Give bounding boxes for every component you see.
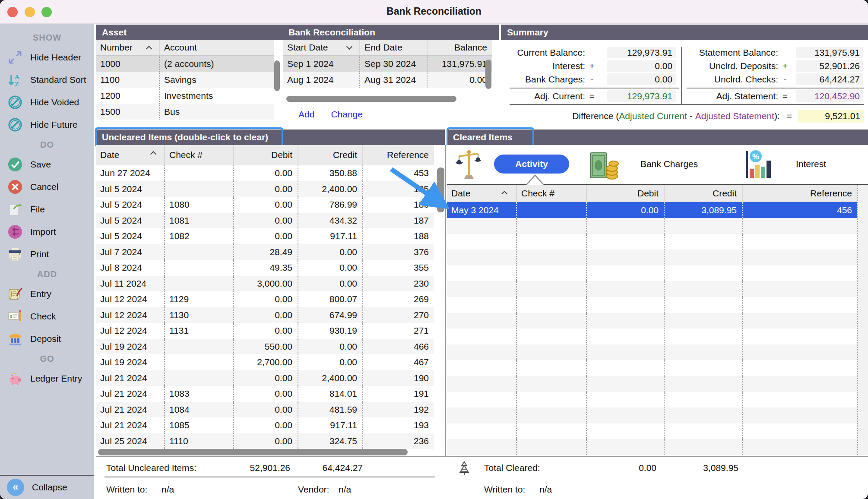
uncleared-row[interactable]: Jul 21 202410840.00481.59192 — [96, 402, 434, 418]
table-cell — [447, 376, 516, 392]
asset-row[interactable]: 1100Savings — [96, 72, 274, 88]
column-header-date[interactable]: Date — [447, 185, 516, 202]
sidebar-item-save[interactable]: Save — [0, 153, 94, 176]
uncleared-row[interactable]: Jul 7 202428.490.00376 — [96, 244, 434, 260]
table-cell: 269 — [362, 291, 434, 307]
column-header-account[interactable]: Account — [159, 40, 274, 55]
table-cell: Jul 21 2024 — [96, 402, 164, 418]
sidebar-item-standard-sort[interactable]: AZStandard Sort — [0, 69, 94, 91]
recon-horizontal-scrollbar[interactable] — [286, 96, 456, 102]
sidebar-item-check[interactable]: $Check — [0, 305, 94, 328]
empty-row[interactable] — [447, 328, 857, 344]
column-header-number[interactable]: Number — [96, 40, 159, 55]
uncleared-row[interactable]: Jul 5 20240.002,400.00185 — [96, 181, 434, 197]
tab-bank-charges[interactable]: Bank Charges — [640, 159, 698, 169]
sidebar-item-hide-voided[interactable]: Hide Voided — [0, 91, 94, 114]
uncleared-row[interactable]: Jul 8 202449.350.00355 — [96, 260, 434, 276]
column-header-check[interactable]: Check # — [164, 145, 233, 165]
empty-row[interactable] — [447, 297, 857, 313]
table-cell — [447, 297, 516, 313]
empty-row[interactable] — [447, 265, 857, 281]
table-cell: Jul 25 2024 — [96, 433, 164, 449]
uncleared-row[interactable]: Jul 5 202410800.00786.99186 — [96, 197, 434, 213]
table-cell: 193 — [362, 417, 434, 433]
uncleared-row[interactable]: Jul 21 20240.002,400.00190 — [96, 370, 434, 386]
uncleared-row[interactable]: Jul 12 202411300.00674.99270 — [96, 307, 434, 323]
sidebar-item-hide-future[interactable]: Hide Future — [0, 114, 94, 136]
recon-row[interactable]: Sep 1 2024Sep 30 2024131,975.91 — [283, 56, 492, 72]
sidebar-item-ledger-entry[interactable]: Ledger Entry — [0, 367, 94, 390]
asset-row[interactable]: 1000(2 accounts) — [96, 56, 274, 72]
empty-row[interactable] — [447, 344, 857, 360]
column-header-debit[interactable]: Debit — [233, 145, 298, 165]
column-header-credit[interactable]: Credit — [664, 185, 742, 202]
empty-row[interactable] — [447, 392, 857, 408]
sidebar-item-hide-header[interactable]: Hide Header — [0, 46, 94, 69]
collapse-button[interactable]: « Collapse — [0, 475, 94, 499]
empty-row[interactable] — [447, 234, 857, 250]
table-cell: 0.00 — [298, 339, 362, 355]
empty-row[interactable] — [447, 423, 857, 439]
sidebar-item-label: Check — [30, 311, 56, 321]
asset-vertical-scrollbar[interactable] — [274, 60, 280, 91]
uncleared-row[interactable]: Jul 5 202410820.00917.11188 — [96, 228, 434, 244]
sidebar-item-deposit[interactable]: Deposit — [0, 328, 94, 350]
uncleared-vertical-scrollbar[interactable] — [437, 167, 444, 212]
table-cell — [164, 181, 233, 197]
empty-row[interactable] — [447, 360, 857, 376]
uncleared-row[interactable]: Jul 19 20242,700.000.00467 — [96, 354, 434, 370]
asset-row[interactable]: 1500Bus — [96, 104, 274, 120]
table-cell: 800.07 — [298, 291, 362, 307]
tab-interest[interactable]: Interest — [796, 159, 826, 169]
table-cell: 0.00 — [233, 165, 298, 181]
empty-row[interactable] — [447, 218, 857, 234]
sidebar-item-cancel[interactable]: Cancel — [0, 176, 94, 198]
column-header-check[interactable]: Check # — [516, 185, 586, 202]
cleared-panel-title: Cleared Items — [447, 132, 513, 142]
table-cell: 1131 — [164, 323, 233, 339]
tab-activity[interactable]: Activity — [494, 155, 569, 174]
empty-row[interactable] — [447, 313, 857, 329]
hide-header-icon — [7, 49, 23, 66]
column-header-end-date[interactable]: End Date — [359, 40, 427, 55]
change-link[interactable]: Change — [331, 109, 363, 120]
column-header-debit[interactable]: Debit — [586, 185, 664, 202]
uncleared-horizontal-scrollbar[interactable] — [98, 449, 408, 455]
empty-row[interactable] — [447, 281, 857, 297]
uncleared-row[interactable]: Jul 12 202411290.00800.07269 — [96, 291, 434, 307]
empty-row[interactable] — [447, 250, 857, 265]
uncleared-row[interactable]: Jul 25 202411100.00324.75236 — [96, 433, 434, 449]
table-cell: Aug 1 2024 — [283, 72, 359, 88]
uncleared-row[interactable]: Jun 27 20240.00350.88453 — [96, 165, 434, 181]
sidebar-item-print[interactable]: Print — [0, 243, 94, 265]
sidebar-item-file[interactable]: File — [0, 198, 94, 221]
table-cell — [742, 376, 857, 392]
column-header-credit[interactable]: Credit — [298, 145, 362, 165]
column-header-reference[interactable]: Reference — [742, 185, 857, 202]
column-header-date[interactable]: Date — [96, 145, 164, 165]
summary-panel-header: Summary — [501, 25, 868, 40]
cleared-table-header: Date Check # Debit Credit Reference — [447, 185, 857, 202]
uncleared-row[interactable]: Jul 21 202410830.00814.01191 — [96, 386, 434, 402]
column-header-reference[interactable]: Reference — [362, 145, 434, 165]
sidebar-item-entry[interactable]: Entry — [0, 283, 94, 305]
cleared-row[interactable]: May 3 20240.003,089.95456 — [447, 202, 857, 218]
column-header-balance[interactable]: Balance — [427, 40, 492, 55]
empty-row[interactable] — [447, 407, 857, 423]
uncleared-row[interactable]: Jul 19 2024550.000.00466 — [96, 339, 434, 355]
column-header-start-date[interactable]: Start Date — [283, 40, 359, 55]
empty-row[interactable] — [447, 376, 857, 392]
asset-row[interactable]: 1200Investments — [96, 88, 274, 104]
table-cell: 324.75 — [298, 433, 362, 449]
uncleared-row[interactable]: Jul 21 202410850.00917.11193 — [96, 417, 434, 433]
uncleared-row[interactable]: Jul 12 202411310.00930.19271 — [96, 323, 434, 339]
sidebar-item-label: File — [30, 204, 45, 214]
recon-vertical-scrollbar[interactable] — [485, 60, 491, 89]
add-link[interactable]: Add — [298, 109, 314, 120]
recon-row[interactable]: Aug 1 2024Aug 31 20240.00 — [283, 72, 492, 88]
table-cell: Sep 1 2024 — [283, 56, 359, 72]
empty-row[interactable] — [447, 439, 857, 455]
sidebar-item-import[interactable]: Import — [0, 221, 94, 243]
uncleared-row[interactable]: Jul 11 20243,000.000.00230 — [96, 276, 434, 292]
uncleared-row[interactable]: Jul 5 202410810.00434.32187 — [96, 213, 434, 229]
